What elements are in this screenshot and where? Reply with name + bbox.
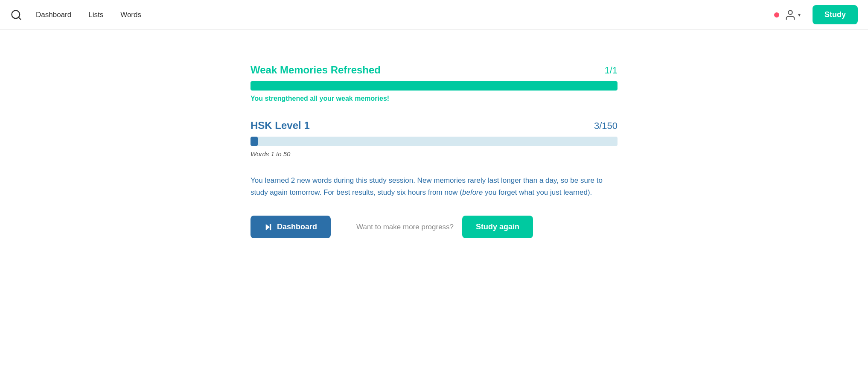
nav-link-words[interactable]: Words [120, 11, 141, 19]
search-icon [10, 9, 22, 21]
hsk-count: 3/150 [594, 120, 618, 132]
content-area: Weak Memories Refreshed 1/1 You strength… [250, 64, 618, 238]
hsk-progress-bar [250, 137, 618, 146]
weak-memories-count: 1/1 [604, 65, 618, 76]
notification-dot [774, 12, 779, 18]
weak-memories-section: Weak Memories Refreshed 1/1 You strength… [250, 64, 618, 102]
nav-right: ▾ Study [774, 5, 858, 24]
navigation: Dashboard Lists Words ▾ Study [0, 0, 868, 30]
hsk-header: HSK Level 1 3/150 [250, 120, 618, 132]
hsk-section: HSK Level 1 3/150 Words 1 to 50 [250, 120, 618, 158]
info-text-after: you forget what you just learned). [483, 188, 592, 196]
main-content: Weak Memories Refreshed 1/1 You strength… [0, 30, 868, 272]
dashboard-button[interactable]: Dashboard [250, 216, 331, 238]
action-buttons: Dashboard Want to make more progress? St… [250, 216, 618, 238]
hsk-subtitle: Words 1 to 50 [250, 150, 618, 158]
logo[interactable] [10, 9, 22, 21]
hsk-title: HSK Level 1 [250, 120, 310, 132]
nav-links: Dashboard Lists Words [36, 11, 774, 19]
dashboard-button-label: Dashboard [277, 222, 317, 231]
user-menu[interactable]: ▾ [784, 9, 801, 21]
svg-marker-3 [266, 224, 269, 230]
svg-rect-4 [270, 224, 271, 230]
info-text: You learned 2 new words during this stud… [250, 175, 618, 199]
nav-link-dashboard[interactable]: Dashboard [36, 11, 71, 19]
nav-link-lists[interactable]: Lists [88, 11, 103, 19]
svg-line-1 [18, 17, 20, 19]
weak-memories-title: Weak Memories Refreshed [250, 64, 381, 76]
weak-memories-progress-bar [250, 81, 618, 91]
weak-memories-progress-fill [250, 81, 618, 91]
weak-memories-header: Weak Memories Refreshed 1/1 [250, 64, 618, 76]
chevron-down-icon: ▾ [798, 12, 801, 18]
forward-icon-svg [264, 223, 273, 231]
skip-forward-icon [264, 223, 273, 231]
svg-point-2 [788, 10, 792, 14]
user-icon [784, 9, 796, 21]
info-text-em: before [462, 188, 483, 196]
want-more-text: Want to make more progress? [356, 223, 454, 231]
study-button[interactable]: Study [813, 5, 858, 24]
weak-memories-success: You strengthened all your weak memories! [250, 95, 618, 102]
hsk-progress-fill [250, 137, 258, 146]
study-again-button[interactable]: Study again [462, 216, 533, 238]
